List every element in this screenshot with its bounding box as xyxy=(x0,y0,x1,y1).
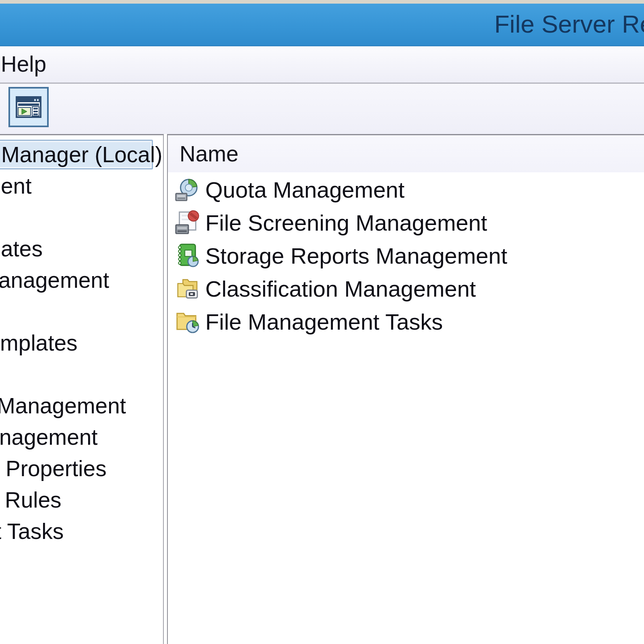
tree-item[interactable]: anagement xyxy=(0,264,163,296)
list-item-storage-reports-management[interactable]: Storage Reports Management xyxy=(168,239,644,272)
tree-item-offscreen xyxy=(0,202,163,233)
list-item-classification-management[interactable]: Classification Management xyxy=(168,272,644,305)
list-item-file-screening-management[interactable]: File Screening Management xyxy=(168,206,644,239)
menu-item-help[interactable]: Help xyxy=(1,46,50,83)
tree-item-offscreen xyxy=(0,296,163,327)
window-title: File Server Re xyxy=(494,4,644,45)
details-list: Quota Management File Screening Manag xyxy=(168,173,644,338)
file-screen-block-icon xyxy=(175,210,200,235)
tree-item[interactable]: ates xyxy=(0,233,163,264)
folder-clock-icon xyxy=(175,309,200,334)
quota-pie-disk-icon xyxy=(175,177,200,202)
menu-bar: Help xyxy=(0,46,644,84)
tree-item[interactable]: Properties xyxy=(0,453,163,484)
list-item-file-management-tasks[interactable]: File Management Tasks xyxy=(168,305,644,338)
classification-folders-icon xyxy=(175,276,200,301)
list-item-quota-management[interactable]: Quota Management xyxy=(168,173,644,206)
tree-item-root-selected[interactable]: Manager (Local) xyxy=(0,139,163,170)
tree-item-offscreen xyxy=(0,359,163,390)
show-hide-console-tree-button[interactable] xyxy=(8,87,49,127)
column-header-name[interactable]: Name xyxy=(168,135,644,172)
tree-item[interactable]: Rules xyxy=(0,484,163,516)
tree-item[interactable]: t Tasks xyxy=(0,516,163,547)
tree-item[interactable]: nagement xyxy=(0,421,163,453)
console-window-icon xyxy=(15,96,42,118)
title-bar: File Server Re xyxy=(0,4,644,46)
tree-item[interactable]: Management xyxy=(0,390,163,421)
storage-reports-notebook-icon xyxy=(175,243,200,268)
details-pane: Name Quota Management xyxy=(167,134,644,644)
desktop-edge-strip xyxy=(0,0,644,4)
tree-item[interactable]: ent xyxy=(0,170,163,202)
console-tree: Manager (Local) ent ates anagement mplat… xyxy=(0,139,163,547)
console-tree-pane: Manager (Local) ent ates anagement mplat… xyxy=(0,134,164,644)
tree-item[interactable]: mplates xyxy=(0,327,163,359)
toolbar xyxy=(0,84,644,134)
